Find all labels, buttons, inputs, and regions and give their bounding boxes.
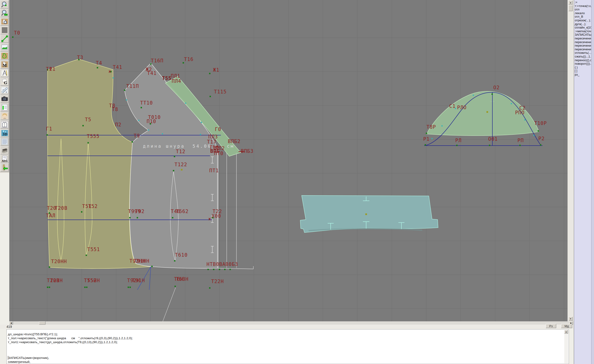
sidebar-scrollbar[interactable] bbox=[591, 0, 594, 364]
pattern-point[interactable] bbox=[207, 269, 209, 270]
spec-table-icon[interactable] bbox=[0, 103, 9, 112]
pattern-point[interactable] bbox=[82, 125, 84, 126]
pattern-point[interactable] bbox=[150, 63, 152, 65]
ruler-icon[interactable]: 78 bbox=[0, 86, 9, 94]
scroll-left-button[interactable]: ◀ bbox=[9, 321, 13, 324]
pattern-point[interactable] bbox=[47, 287, 48, 288]
pattern-point[interactable] bbox=[456, 145, 458, 146]
pattern-point[interactable] bbox=[47, 69, 48, 71]
pattern-point[interactable] bbox=[533, 135, 535, 136]
pattern-point[interactable] bbox=[492, 93, 493, 95]
scroll-down-button[interactable]: ▼ bbox=[568, 317, 573, 321]
pattern-point[interactable] bbox=[201, 122, 202, 123]
pattern-point[interactable] bbox=[486, 111, 488, 113]
zoom-in-icon[interactable] bbox=[0, 0, 9, 9]
pattern-point[interactable] bbox=[86, 287, 88, 288]
pattern-point[interactable] bbox=[129, 217, 131, 218]
garment-sketch-icon[interactable] bbox=[0, 120, 9, 129]
portrait-icon[interactable] bbox=[0, 112, 9, 120]
books-icon[interactable] bbox=[0, 146, 9, 154]
pattern-point[interactable] bbox=[200, 134, 201, 135]
pattern-point[interactable] bbox=[49, 287, 50, 288]
pattern-point[interactable] bbox=[511, 103, 512, 104]
pattern-point[interactable] bbox=[97, 67, 98, 68]
pattern-point[interactable] bbox=[182, 62, 184, 64]
exit-icon[interactable] bbox=[0, 163, 9, 172]
scroll-up-button[interactable]: ▲ bbox=[568, 0, 573, 5]
pattern-point[interactable] bbox=[455, 108, 456, 109]
pattern-point[interactable] bbox=[132, 141, 133, 143]
md-mode-button[interactable]: Мд bbox=[561, 324, 572, 328]
pattern-point[interactable] bbox=[84, 287, 86, 288]
pattern-point[interactable] bbox=[426, 133, 427, 134]
alg-doc-icon[interactable]: ALG bbox=[0, 155, 9, 163]
pattern-point[interactable] bbox=[519, 145, 521, 146]
pattern-point[interactable] bbox=[181, 169, 182, 171]
pattern-point[interactable] bbox=[209, 287, 210, 289]
pattern-point[interactable] bbox=[213, 269, 214, 270]
pattern-point[interactable] bbox=[173, 170, 174, 171]
pattern-point[interactable] bbox=[538, 130, 539, 132]
image-icon[interactable] bbox=[0, 43, 9, 52]
pattern-point[interactable] bbox=[129, 287, 131, 288]
canvas-horizontal-scrollbar[interactable]: ◀ ▶ bbox=[9, 321, 573, 324]
pattern-point[interactable] bbox=[425, 144, 426, 146]
pattern-point[interactable] bbox=[141, 107, 142, 108]
pattern-point[interactable] bbox=[212, 217, 214, 218]
pattern-point[interactable] bbox=[209, 73, 210, 74]
pattern-point[interactable] bbox=[432, 138, 433, 139]
pattern-point[interactable] bbox=[81, 211, 82, 213]
pattern-point[interactable] bbox=[175, 286, 176, 287]
pattern-point[interactable] bbox=[78, 59, 80, 60]
pattern-point[interactable] bbox=[162, 133, 163, 134]
zoom-area-icon[interactable] bbox=[0, 9, 9, 17]
pattern-m-icon[interactable]: M bbox=[0, 60, 9, 69]
pattern-point[interactable] bbox=[110, 71, 112, 72]
pattern-point[interactable] bbox=[126, 99, 127, 101]
3d-view-icon[interactable]: 3D bbox=[0, 129, 9, 137]
formula-console[interactable]: дл_шнура:=trunc([Т55:ВПБ].л*2.1);т_пол:=… bbox=[7, 329, 569, 364]
pattern-point[interactable] bbox=[137, 217, 138, 218]
pattern-outline-icon[interactable] bbox=[0, 52, 9, 60]
pattern-point[interactable] bbox=[150, 123, 151, 125]
pattern-point[interactable] bbox=[365, 213, 367, 215]
pattern-point[interactable] bbox=[49, 212, 50, 214]
pattern-point[interactable] bbox=[124, 89, 125, 91]
pattern-point[interactable] bbox=[49, 266, 50, 268]
pattern-point[interactable] bbox=[473, 95, 474, 96]
pattern-point[interactable] bbox=[151, 266, 153, 267]
text-list-icon[interactable] bbox=[0, 138, 9, 146]
canvas-vertical-scrollbar[interactable]: ▲ ▼ bbox=[567, 0, 573, 321]
pattern-point[interactable] bbox=[442, 126, 443, 126]
pattern-point[interactable] bbox=[185, 103, 186, 104]
pattern-point[interactable] bbox=[224, 269, 226, 270]
pattern-point[interactable] bbox=[12, 36, 14, 38]
pattern-point[interactable] bbox=[172, 217, 173, 218]
pattern-preview-icon[interactable] bbox=[0, 17, 9, 26]
pattern-point[interactable] bbox=[86, 255, 87, 256]
pattern-point[interactable] bbox=[174, 260, 176, 262]
rz-mode-button[interactable]: Рз bbox=[546, 324, 556, 328]
drafting-tools-icon[interactable] bbox=[0, 69, 9, 77]
vscroll-thumb[interactable] bbox=[568, 5, 573, 11]
pattern-point[interactable] bbox=[230, 269, 231, 270]
pattern-point[interactable] bbox=[174, 156, 175, 157]
grid-icon[interactable] bbox=[0, 26, 9, 34]
console-scrollbar[interactable]: ▲ bbox=[564, 330, 568, 363]
pattern-point[interactable] bbox=[209, 96, 211, 97]
pattern-point[interactable] bbox=[148, 130, 149, 131]
pattern-point[interactable] bbox=[138, 120, 139, 121]
pattern-point[interactable] bbox=[128, 287, 129, 288]
pattern-g-icon[interactable]: G bbox=[0, 77, 9, 86]
pattern-point[interactable] bbox=[489, 145, 490, 146]
pattern-point[interactable] bbox=[113, 77, 114, 79]
drawing-canvas[interactable]: Т0Т1Р1Т3Т4Т41Т16ПТ16Ж2Т41ПЛ1Т55ПЛ4Т11ПЖ1… bbox=[9, 0, 567, 321]
pattern-point[interactable] bbox=[88, 142, 89, 144]
pattern-point[interactable] bbox=[524, 119, 526, 120]
hscroll-thumb[interactable] bbox=[39, 321, 46, 324]
console-scroll-up-button[interactable]: ▲ bbox=[564, 330, 568, 334]
pattern-point[interactable] bbox=[46, 134, 48, 136]
pattern-point[interactable] bbox=[540, 144, 541, 146]
measure-line-icon[interactable] bbox=[0, 34, 9, 43]
pattern-point[interactable] bbox=[219, 269, 220, 270]
